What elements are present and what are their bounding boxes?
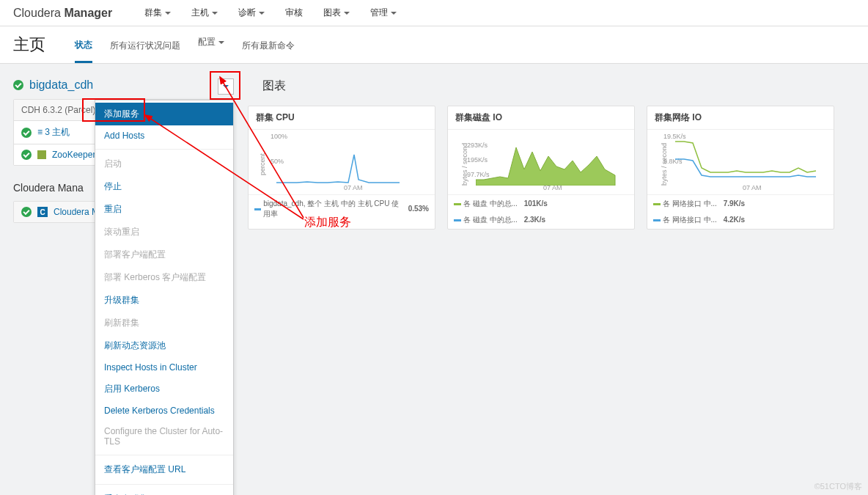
- tab-commands[interactable]: 所有最新命令: [242, 36, 295, 63]
- menu-stop[interactable]: 停止: [95, 175, 233, 198]
- nav-hosts[interactable]: 主机: [181, 7, 228, 19]
- chart-cpu[interactable]: 群集 CPU percent 100% 50% 07 AM bigdata_cd…: [248, 106, 435, 230]
- caret-icon: [165, 12, 171, 15]
- chart-disk-svg: [476, 134, 622, 186]
- caret-icon: [212, 12, 218, 15]
- chart-net-io[interactable]: 群集网络 IO bytes / second 19.5K/s 9.8K/s 07…: [647, 106, 834, 230]
- cluster-actions-menu: 添加服务 Add Hosts 启动 停止 重启 滚动重启 部署客户端配置 部署 …: [95, 100, 234, 495]
- brand-bold: Manager: [64, 7, 112, 19]
- annotation-label: 添加服务: [304, 215, 351, 230]
- status-ok-icon: [13, 80, 23, 90]
- menu-upgrade[interactable]: 升级群集: [95, 289, 233, 312]
- nav-admin[interactable]: 管理: [360, 7, 407, 19]
- cluster-actions-dropdown[interactable]: [218, 78, 234, 95]
- menu-add-service[interactable]: 添加服务: [95, 103, 233, 125]
- chart-disk-io[interactable]: 群集磁盘 IO bytes / second 293K/s 195K/s 97.…: [447, 106, 635, 230]
- y-axis-label: bytes / second: [461, 143, 468, 186]
- brand-light: Cloudera: [13, 7, 61, 19]
- menu-restart[interactable]: 重启: [95, 198, 233, 221]
- watermark: ©51CTO博客: [814, 481, 862, 492]
- menu-add-hosts[interactable]: Add Hosts: [95, 125, 233, 146]
- nav-diagnostics[interactable]: 诊断: [228, 7, 275, 19]
- tabs: 状态 所有运行状况问题 配置 所有最新命令: [75, 36, 295, 63]
- menu-deploy-krb-client[interactable]: 部署 Kerberos 客户端配置: [95, 266, 233, 289]
- top-navbar: Cloudera Manager 群集 主机 诊断 审核 图表 管理: [0, 0, 868, 26]
- sub-header: 主页 状态 所有运行状况问题 配置 所有最新命令: [0, 26, 868, 64]
- menu-refresh-pool[interactable]: 刷新动态资源池: [95, 334, 233, 357]
- tab-status[interactable]: 状态: [75, 36, 92, 63]
- caret-icon: [218, 41, 224, 51]
- y-axis-label: percent: [259, 153, 266, 175]
- topnav-menu: 群集 主机 诊断 审核 图表 管理: [134, 7, 407, 19]
- chart-title: 群集磁盘 IO: [448, 106, 634, 130]
- menu-start[interactable]: 启动: [95, 153, 233, 175]
- status-ok-icon: [21, 150, 32, 160]
- charts-header: 图表: [262, 78, 855, 94]
- tab-config[interactable]: 配置: [198, 36, 224, 63]
- nav-clusters[interactable]: 群集: [134, 7, 181, 19]
- tab-health[interactable]: 所有运行状况问题: [110, 36, 180, 63]
- menu-rolling-restart[interactable]: 滚动重启: [95, 221, 233, 243]
- chart-net-svg: [675, 134, 822, 186]
- menu-rename-cluster[interactable]: 重命名群集: [95, 488, 233, 495]
- menu-enable-kerberos[interactable]: 启用 Kerberos: [95, 378, 233, 400]
- cluster-header: bigdata_cdh: [13, 78, 227, 92]
- zookeeper-icon: [37, 150, 46, 159]
- menu-refresh[interactable]: 刷新群集: [95, 312, 233, 334]
- menu-deploy-client[interactable]: 部署客户端配置: [95, 243, 233, 266]
- caret-icon: [391, 12, 397, 15]
- cloudera-icon: C: [37, 207, 48, 217]
- brand[interactable]: Cloudera Manager: [13, 7, 112, 20]
- chart-cpu-svg: [276, 134, 423, 186]
- menu-delete-kerberos[interactable]: Delete Kerberos Credentials: [95, 400, 233, 421]
- status-ok-icon: [21, 128, 32, 138]
- menu-inspect-hosts[interactable]: Inspect Hosts in Cluster: [95, 357, 233, 378]
- nav-audit[interactable]: 审核: [275, 7, 313, 19]
- charts-row: 群集 CPU percent 100% 50% 07 AM bigdata_cd…: [248, 106, 855, 230]
- status-ok-icon: [21, 207, 32, 217]
- chart-title: 群集网络 IO: [647, 106, 834, 130]
- svg-marker-0: [476, 147, 615, 186]
- caret-icon: [259, 12, 265, 15]
- page-title: 主页: [13, 34, 45, 63]
- chart-title: 群集 CPU: [249, 106, 435, 130]
- caret-icon: [344, 12, 350, 15]
- caret-icon: [223, 85, 229, 88]
- cluster-name-link[interactable]: bigdata_cdh: [29, 78, 93, 92]
- nav-charts[interactable]: 图表: [313, 7, 360, 19]
- menu-auto-tls[interactable]: Configure the Cluster for Auto-TLS: [95, 421, 233, 452]
- menu-client-config-url[interactable]: 查看客户端配置 URL: [95, 458, 233, 481]
